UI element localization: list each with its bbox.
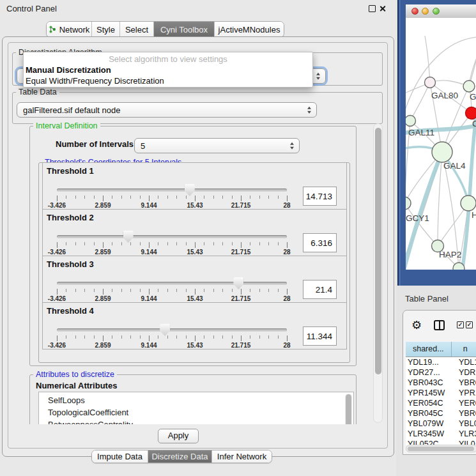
tick-mark	[250, 196, 250, 199]
scale-label: 15.43	[187, 249, 203, 256]
minimize-window-icon[interactable]	[422, 8, 429, 15]
table-horizontal-scrollbar[interactable]	[406, 445, 476, 452]
network-edge[interactable]	[410, 82, 430, 121]
tab-impute-data[interactable]: Impute Data	[92, 450, 148, 463]
network-node-gal11[interactable]	[406, 116, 416, 127]
tab-infer-network[interactable]: Infer Network	[212, 450, 272, 463]
settings-vertical-scrollbar[interactable]	[373, 123, 383, 423]
number-of-intervals-combobox[interactable]: 5	[134, 138, 300, 153]
scale-label: 2.859	[95, 249, 111, 256]
tab-style[interactable]: Style	[92, 22, 120, 37]
dropdown-placeholder: Select algorithm to view settings	[24, 52, 312, 65]
table-row[interactable]: YBL079WYBL0	[406, 418, 476, 429]
tick-mark	[176, 335, 177, 339]
combo-spinner-icon	[307, 107, 311, 114]
list-item[interactable]: SelfLoops	[48, 394, 353, 406]
node-label: GCY1	[406, 213, 429, 223]
numerical-attributes-list[interactable]: SelfLoopsTopologicalCoefficientBetweenne…	[38, 392, 354, 424]
table-header-row: shared...n	[406, 342, 476, 357]
column-header[interactable]: shared...	[406, 342, 452, 357]
scale-label: 9.144	[141, 249, 157, 256]
network-edge[interactable]	[425, 36, 430, 82]
threshold-value-field[interactable]: 6.316	[303, 233, 337, 252]
table-panel-header: Table Panel	[397, 286, 476, 310]
tick-mark	[287, 242, 288, 248]
tick-mark	[195, 289, 196, 295]
network-node-gcy1[interactable]	[406, 197, 411, 210]
table-row[interactable]: YLR345WYLR3	[406, 429, 476, 439]
threshold-value-field[interactable]: 11.344	[303, 326, 337, 346]
apply-button[interactable]: Apply	[158, 429, 199, 443]
network-node-c[interactable]	[466, 107, 476, 119]
tab-cyni-toolbox[interactable]: Cyni Toolbox	[154, 22, 215, 37]
tick-mark	[103, 242, 104, 248]
slider-thumb[interactable]	[185, 184, 195, 196]
node-label: C	[472, 119, 476, 128]
group-title: Attributes to discretize	[33, 370, 117, 379]
list-scrollbar[interactable]	[345, 394, 352, 424]
slider-track[interactable]	[57, 282, 287, 285]
tick-mark	[186, 196, 187, 199]
tick-mark	[278, 335, 279, 339]
checkbox-icon[interactable]: ✓	[466, 321, 473, 328]
threshold-value-field[interactable]: 21.4	[303, 280, 337, 299]
tick-mark	[140, 335, 141, 339]
list-item[interactable]: TopologicalCoefficient	[48, 406, 353, 418]
slider-track[interactable]	[57, 235, 287, 238]
table-row[interactable]: YDR27...YDR2	[406, 367, 476, 378]
slider-thumb[interactable]	[160, 324, 170, 336]
list-item[interactable]: BetweennessCentrality	[48, 418, 353, 424]
scale-label: 28	[283, 202, 290, 209]
tab-label: Style	[96, 25, 115, 35]
tab-select[interactable]: Select	[120, 22, 154, 37]
table-cell: YPR1	[453, 388, 476, 398]
table-data-combobox[interactable]: galFiltered.sif default node	[17, 102, 317, 118]
close-window-icon[interactable]	[411, 8, 418, 15]
tab-label: Impute Data	[97, 452, 142, 461]
tick-mark	[121, 289, 122, 292]
slider-track[interactable]	[57, 328, 287, 332]
table-row[interactable]: YDL19...YDL1	[406, 357, 476, 367]
node-attribute-table[interactable]: shared...n YDL19...YDL1YDR27...YDR2YBR04…	[406, 342, 476, 445]
tab-network[interactable]: Network	[47, 22, 92, 37]
bottom-tab-strip: Impute DataDiscretize DataInfer Network	[91, 450, 272, 463]
network-node-ga[interactable]	[463, 81, 475, 92]
close-icon[interactable]	[379, 5, 386, 12]
float-panel-icon[interactable]	[369, 5, 376, 12]
tab-label: Infer Network	[217, 452, 266, 461]
network-node-h[interactable]	[461, 196, 476, 211]
tick-mark	[204, 196, 204, 199]
slider-thumb[interactable]	[233, 277, 243, 289]
zoom-window-icon[interactable]	[433, 8, 440, 15]
column-header[interactable]: n	[452, 342, 476, 357]
network-node-gal80[interactable]	[425, 77, 436, 88]
network-node-gal4[interactable]	[432, 142, 452, 162]
checkbox-icon[interactable]: ✓	[457, 321, 464, 328]
table-cell: YLR3	[453, 429, 476, 439]
table-row[interactable]: YBR045CYBR0	[406, 408, 476, 418]
node-label: HAP2	[439, 250, 461, 259]
tab-jactivemnodules[interactable]: jActiveMNodules	[215, 22, 284, 37]
table-row[interactable]: YPR145WYPR1	[406, 388, 476, 398]
tick-mark	[149, 242, 150, 248]
network-edge[interactable]	[406, 37, 476, 120]
tick-mark	[112, 196, 112, 199]
tab-discretize-data[interactable]: Discretize Data	[148, 450, 212, 463]
tick-mark	[84, 335, 85, 339]
tick-mark	[268, 196, 269, 199]
network-node[interactable]	[453, 263, 464, 270]
table-row[interactable]: YER054CYER0	[406, 398, 476, 408]
slider-thumb[interactable]	[123, 231, 134, 243]
tick-mark	[103, 196, 104, 201]
network-window-titlebar[interactable]	[406, 4, 476, 19]
tick-mark	[232, 242, 233, 245]
threshold-value-field[interactable]: 14.713	[303, 187, 337, 206]
tick-mark	[94, 289, 95, 292]
split-columns-icon[interactable]	[434, 320, 445, 330]
dropdown-item[interactable]: Manual Discretization	[24, 65, 312, 76]
table-row[interactable]: YBR043CYBR0	[406, 378, 476, 388]
slider-track[interactable]	[57, 188, 287, 192]
dropdown-item[interactable]: Equal Width/Frequency Discretization	[24, 76, 312, 87]
gear-icon[interactable]: ⚙	[411, 319, 422, 332]
network-canvas[interactable]: GAL80GACGAL11GAL4GCY1HHAP2	[406, 18, 476, 270]
